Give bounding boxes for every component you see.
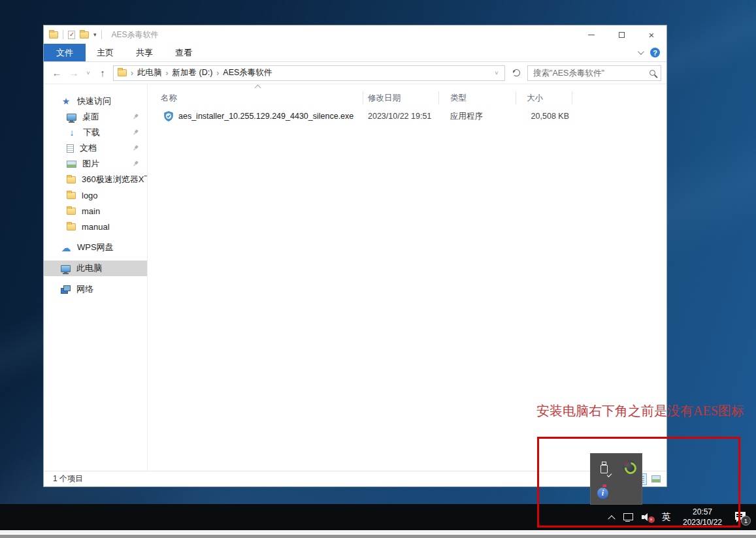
- navigation-bar: ← → ˅ ↑ › 此电脑 › 新加卷 (D:) › AES杀毒软件 ˅: [44, 62, 666, 84]
- refresh-button[interactable]: [509, 66, 523, 80]
- sidebar-item-label: logo: [82, 191, 98, 200]
- file-name: aes_installer_10.255.129.249_4430_silenc…: [178, 112, 353, 121]
- file-name-cell[interactable]: aes_installer_10.255.129.249_4430_silenc…: [148, 111, 363, 121]
- sidebar-item-label: 360极速浏览器X下载: [82, 174, 147, 185]
- forward-button[interactable]: →: [67, 67, 80, 78]
- file-type-cell: 应用程序: [439, 111, 516, 122]
- sidebar-item-wps-cloud[interactable]: ☁ WPS网盘: [44, 240, 147, 255]
- download-icon: ↓: [67, 128, 77, 137]
- customize-qat-icon[interactable]: ▾: [93, 31, 97, 38]
- up-button[interactable]: ↑: [96, 67, 109, 78]
- star-icon: ★: [61, 97, 71, 106]
- close-icon: ×: [649, 30, 655, 40]
- column-header-type[interactable]: 类型: [439, 91, 516, 104]
- recent-locations-icon[interactable]: ˅: [84, 70, 92, 76]
- new-folder-icon[interactable]: [80, 31, 89, 39]
- sidebar-item-label: WPS网盘: [77, 242, 114, 253]
- minimize-icon: [588, 35, 595, 35]
- installer-shield-icon: [163, 111, 174, 121]
- breadcrumb-chevron-icon: ›: [216, 69, 219, 78]
- quick-access-toolbar: ▾ AES杀毒软件: [49, 29, 159, 40]
- refresh-icon: [513, 69, 520, 76]
- screen: ▾ AES杀毒软件 × 文件 主页 共享 查看 ? ← → ˅ ↑: [0, 0, 756, 538]
- folder-icon: [67, 223, 76, 230]
- sidebar-item-label: manual: [82, 222, 110, 232]
- maximize-button[interactable]: [606, 25, 636, 44]
- expand-ribbon-icon[interactable]: [638, 48, 644, 55]
- pin-icon: [131, 159, 140, 168]
- tab-home[interactable]: 主页: [86, 44, 125, 61]
- sidebar-item-label: 网络: [76, 283, 93, 295]
- breadcrumb-this-pc[interactable]: 此电脑: [137, 67, 162, 78]
- separator: [63, 30, 63, 39]
- sidebar-item-360-browser-download[interactable]: 360极速浏览器X下载: [44, 172, 147, 187]
- notification-badge: 1: [741, 516, 751, 526]
- navigation-pane: ★ 快速访问 桌面 ↓ 下载 文档: [44, 84, 148, 471]
- pin-icon: [131, 128, 140, 137]
- breadcrumb-drive-d[interactable]: 新加卷 (D:): [173, 67, 213, 78]
- address-dropdown-icon[interactable]: ˅: [493, 70, 501, 76]
- ribbon-right-controls: ?: [638, 44, 666, 61]
- network-icon: [61, 285, 71, 293]
- folder-icon: [67, 192, 76, 199]
- document-icon: [67, 144, 74, 153]
- sidebar-item-label: main: [82, 206, 100, 216]
- sidebar-item-logo[interactable]: logo: [44, 187, 147, 203]
- sidebar-item-label: 此电脑: [76, 262, 102, 274]
- column-header-date-modified[interactable]: 修改日期: [363, 91, 439, 104]
- search-icon[interactable]: [649, 70, 655, 76]
- tab-file[interactable]: 文件: [44, 44, 86, 61]
- explorer-app-icon: [49, 31, 58, 39]
- sidebar-item-manual[interactable]: manual: [44, 219, 147, 234]
- location-folder-icon: [118, 69, 127, 76]
- column-header-size[interactable]: 大小: [516, 91, 572, 104]
- properties-icon[interactable]: [68, 31, 75, 39]
- minimize-button[interactable]: [576, 25, 606, 44]
- pin-icon: [131, 112, 140, 121]
- sidebar-item-desktop[interactable]: 桌面: [44, 109, 147, 125]
- sidebar-item-label: 下载: [83, 127, 100, 138]
- help-icon[interactable]: ?: [650, 48, 660, 57]
- computer-icon: [61, 265, 71, 272]
- sidebar-item-label: 快速访问: [77, 95, 111, 107]
- back-button[interactable]: ←: [50, 67, 63, 78]
- item-count: 1 个项目: [53, 473, 83, 484]
- maximize-icon: [619, 32, 625, 38]
- close-button[interactable]: ×: [636, 25, 666, 44]
- breadcrumb-chevron-icon: ›: [131, 69, 133, 78]
- address-bar[interactable]: › 此电脑 › 新加卷 (D:) › AES杀毒软件 ˅: [113, 65, 505, 81]
- highlight-rectangle: [537, 437, 740, 528]
- window-controls: ×: [576, 25, 666, 44]
- folder-icon: [67, 208, 76, 215]
- screenshot-bottom-border: [0, 530, 756, 538]
- tab-view[interactable]: 查看: [164, 44, 203, 61]
- annotation-text: 安装电脑右下角之前是没有AES图标: [536, 402, 752, 420]
- file-date-cell: 2023/10/22 19:51: [363, 112, 439, 121]
- pictures-icon: [67, 161, 76, 168]
- search-input[interactable]: [533, 69, 649, 78]
- sidebar-item-this-pc[interactable]: 此电脑: [44, 261, 147, 276]
- sidebar-item-network[interactable]: 网络: [44, 281, 147, 297]
- sidebar-item-label: 桌面: [82, 111, 99, 123]
- sidebar-item-label: 图片: [82, 158, 99, 170]
- breadcrumb-chevron-icon: ›: [166, 69, 169, 78]
- sidebar-item-main[interactable]: main: [44, 203, 147, 219]
- file-row[interactable]: aes_installer_10.255.129.249_4430_silenc…: [148, 108, 666, 125]
- sidebar-item-quick-access[interactable]: ★ 快速访问: [44, 93, 147, 109]
- column-headers: 名称 修改日期 类型 大小: [148, 88, 666, 108]
- search-box[interactable]: [527, 65, 661, 81]
- breadcrumb-current-folder[interactable]: AES杀毒软件: [223, 67, 272, 78]
- title-bar[interactable]: ▾ AES杀毒软件 ×: [44, 25, 666, 44]
- desktop-icon: [67, 114, 76, 121]
- sidebar-item-downloads[interactable]: ↓ 下载: [44, 125, 147, 140]
- window-title: AES杀毒软件: [112, 29, 159, 40]
- sidebar-item-label: 文档: [80, 142, 97, 154]
- sidebar-item-documents[interactable]: 文档: [44, 140, 147, 156]
- column-header-name[interactable]: 名称: [148, 91, 363, 104]
- file-size-cell: 20,508 KB: [516, 112, 572, 121]
- separator: [101, 30, 102, 39]
- tab-share[interactable]: 共享: [125, 44, 164, 61]
- ribbon-tab-bar: 文件 主页 共享 查看 ?: [44, 44, 666, 62]
- sidebar-item-pictures[interactable]: 图片: [44, 156, 147, 172]
- pin-icon: [131, 144, 140, 153]
